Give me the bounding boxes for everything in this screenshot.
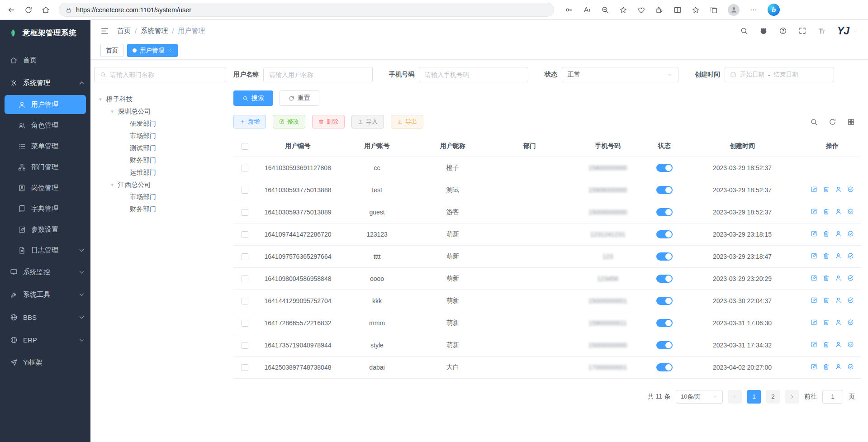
collections-icon[interactable] xyxy=(710,6,718,14)
status-toggle[interactable] xyxy=(656,230,673,238)
profile-avatar[interactable] xyxy=(728,4,740,16)
row-delete-button[interactable] xyxy=(823,341,830,348)
font-size-icon[interactable] xyxy=(818,27,826,35)
refresh-icon[interactable] xyxy=(829,118,836,126)
row-delete-button[interactable] xyxy=(823,275,830,281)
row-checkbox[interactable] xyxy=(242,276,248,282)
tree-node[interactable]: 财务部门 xyxy=(94,203,226,215)
sidebar-item-menu[interactable]: 菜单管理 xyxy=(0,136,90,157)
help-icon[interactable] xyxy=(779,27,787,35)
row-reset-password-button[interactable] xyxy=(835,341,842,348)
row-assign-role-button[interactable] xyxy=(847,275,854,281)
row-delete-button[interactable] xyxy=(823,186,830,193)
close-icon[interactable] xyxy=(167,48,172,53)
address-bar[interactable]: https://ccnetcore.com:1101/system/user xyxy=(59,3,554,17)
status-toggle[interactable] xyxy=(656,297,673,305)
status-toggle[interactable] xyxy=(656,186,673,194)
caret-down-icon[interactable]: ▾ xyxy=(109,182,115,188)
row-assign-role-button[interactable] xyxy=(847,252,854,259)
next-page-button[interactable] xyxy=(785,390,799,404)
copilot-icon[interactable]: b xyxy=(768,4,780,16)
export-button[interactable]: 导出 xyxy=(391,115,423,128)
import-button[interactable]: 导入 xyxy=(351,115,384,128)
row-reset-password-button[interactable] xyxy=(835,230,842,237)
row-reset-password-button[interactable] xyxy=(835,275,842,281)
row-reset-password-button[interactable] xyxy=(835,186,842,193)
row-reset-password-button[interactable] xyxy=(835,297,842,304)
sidebar-item-user[interactable]: 用户管理 xyxy=(5,95,86,114)
add-button[interactable]: 新增 xyxy=(233,115,266,128)
status-toggle[interactable] xyxy=(656,341,673,349)
status-toggle[interactable] xyxy=(656,363,673,371)
tree-node[interactable]: ▾江西总公司 xyxy=(94,179,226,191)
row-checkbox[interactable] xyxy=(242,187,248,194)
sidebar-item-dept[interactable]: 部门管理 xyxy=(0,157,90,177)
dept-search-input[interactable] xyxy=(110,71,220,78)
row-checkbox[interactable] xyxy=(242,231,248,238)
collapse-sidebar-icon[interactable] xyxy=(100,27,109,35)
github-icon[interactable] xyxy=(759,27,768,35)
sidebar-item-post[interactable]: 岗位管理 xyxy=(0,177,90,198)
row-assign-role-button[interactable] xyxy=(847,363,854,370)
caret-down-icon[interactable]: ▾ xyxy=(98,96,103,102)
date-range-picker[interactable]: 开始日期 - 结束日期 xyxy=(725,67,834,82)
row-checkbox[interactable] xyxy=(242,298,248,304)
sidebar-item-param[interactable]: 参数设置 xyxy=(0,219,90,240)
search-button[interactable]: 搜索 xyxy=(233,90,273,106)
sidebar-item-system[interactable]: 系统管理 xyxy=(0,71,90,94)
back-button[interactable] xyxy=(7,6,15,14)
row-checkbox[interactable] xyxy=(242,342,248,349)
user-logo[interactable]: YJ xyxy=(837,25,849,37)
row-delete-button[interactable] xyxy=(823,230,830,237)
edit-button[interactable]: 修改 xyxy=(273,115,305,128)
row-edit-button[interactable] xyxy=(811,252,817,259)
sidebar-item-bbs[interactable]: BBS xyxy=(0,306,90,328)
row-edit-button[interactable] xyxy=(811,208,817,215)
row-edit-button[interactable] xyxy=(811,186,817,193)
row-edit-button[interactable] xyxy=(811,230,817,237)
fullscreen-icon[interactable] xyxy=(798,27,806,35)
tree-node[interactable]: 市场部门 xyxy=(94,191,226,203)
split-screen-icon[interactable] xyxy=(674,6,682,14)
tree-node[interactable]: 研发部门 xyxy=(94,118,226,130)
row-delete-button[interactable] xyxy=(823,297,830,304)
row-assign-role-button[interactable] xyxy=(847,186,854,193)
chevron-down-icon[interactable] xyxy=(853,29,858,34)
sidebar-item-home[interactable]: 首页 xyxy=(0,49,90,71)
row-edit-button[interactable] xyxy=(811,341,817,348)
status-toggle[interactable] xyxy=(656,208,673,216)
page-button-1[interactable]: 1 xyxy=(747,390,761,404)
sidebar-item-yi[interactable]: Yi框架 xyxy=(0,351,90,374)
row-checkbox[interactable] xyxy=(242,165,248,171)
breadcrumb-item[interactable]: 首页 xyxy=(117,27,131,35)
sidebar-item-monitor[interactable]: 系统监控 xyxy=(0,261,90,283)
tag-user-management[interactable]: 用户管理 xyxy=(127,44,178,57)
row-reset-password-button[interactable] xyxy=(835,319,842,326)
row-delete-button[interactable] xyxy=(823,363,830,370)
status-toggle[interactable] xyxy=(656,252,673,261)
row-checkbox[interactable] xyxy=(242,364,248,371)
caret-down-icon[interactable]: ▾ xyxy=(109,109,115,114)
row-reset-password-button[interactable] xyxy=(835,208,842,215)
breadcrumb-item[interactable]: 系统管理 xyxy=(141,27,168,35)
browser-essentials-icon[interactable] xyxy=(637,6,645,14)
status-toggle[interactable] xyxy=(656,275,673,283)
prev-page-button[interactable] xyxy=(728,390,742,404)
tree-node[interactable]: 财务部门 xyxy=(94,154,226,166)
favorites-star-icon[interactable] xyxy=(619,6,627,14)
row-assign-role-button[interactable] xyxy=(847,319,854,326)
row-delete-button[interactable] xyxy=(823,252,830,259)
row-reset-password-button[interactable] xyxy=(835,363,842,370)
delete-button[interactable]: 删除 xyxy=(312,115,345,128)
tree-node[interactable]: ▾深圳总公司 xyxy=(94,105,226,118)
favorites-bar-icon[interactable] xyxy=(692,6,700,14)
sidebar-item-dict[interactable]: 字典管理 xyxy=(0,198,90,219)
goto-page-input[interactable] xyxy=(822,390,843,404)
row-delete-button[interactable] xyxy=(823,319,830,326)
search-toggle-icon[interactable] xyxy=(810,118,818,126)
extensions-icon[interactable] xyxy=(655,6,664,14)
row-edit-button[interactable] xyxy=(811,319,817,326)
zoom-out-icon[interactable] xyxy=(601,6,609,14)
sidebar-item-role[interactable]: 角色管理 xyxy=(0,115,90,136)
row-checkbox[interactable] xyxy=(242,209,248,216)
